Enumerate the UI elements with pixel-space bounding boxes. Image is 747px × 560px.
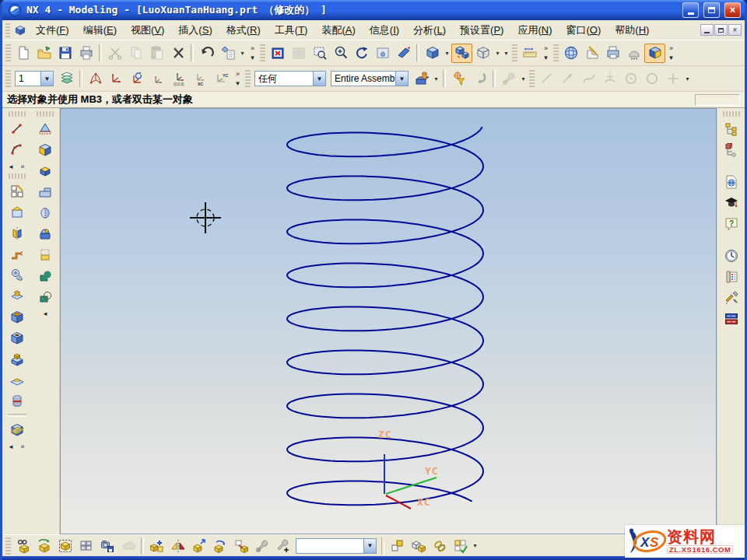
menu-item-format[interactable]: 格式(R)	[219, 21, 268, 40]
csys-orient-button[interactable]	[148, 69, 169, 89]
dock-feature-left-button[interactable]: ◂	[40, 308, 51, 318]
circle-tool-button[interactable]	[641, 69, 662, 89]
menu-item-view[interactable]: 视图(V)	[124, 21, 171, 40]
menu-item-edit[interactable]: 编辑(E)	[76, 21, 124, 40]
yc-axis-button[interactable]: YC	[211, 69, 232, 89]
assembly-navigator-button[interactable]	[720, 118, 743, 139]
type-filter-combo[interactable]: 任何▼	[254, 71, 326, 86]
make-displayed-part-button[interactable]	[272, 536, 293, 555]
scope-filter-combo[interactable]: Entire Assemb▼	[331, 71, 409, 86]
menu-grip[interactable]	[5, 23, 10, 37]
circle-center-tool-button[interactable]	[620, 69, 641, 89]
curve-analysis-button[interactable]	[560, 44, 581, 63]
analysis-overflow-chevron[interactable]: »▾	[665, 43, 677, 63]
maximize-button[interactable]	[703, 2, 720, 18]
menu-item-file[interactable]: 文件(F)	[29, 21, 76, 40]
point-constructor-button[interactable]	[106, 69, 127, 89]
utility-overflow-chevron[interactable]: »▾	[540, 43, 552, 63]
toolbar-grip[interactable]	[37, 111, 54, 117]
menu-item-insert[interactable]: 插入(S)	[171, 21, 219, 40]
filter-component-dropdown[interactable]: ▾	[432, 69, 440, 89]
sketch-button[interactable]	[5, 180, 29, 201]
history-button[interactable]	[720, 245, 743, 266]
hole-button[interactable]	[5, 327, 29, 348]
check-clearance-button[interactable]	[450, 536, 471, 555]
spline-tool-button[interactable]	[578, 69, 599, 89]
work-layer-combo[interactable]: 1▼	[15, 71, 54, 86]
help-button[interactable]: ?	[720, 213, 743, 234]
menu-item-assemblies[interactable]: 装配(A)	[314, 21, 362, 40]
minimize-button[interactable]	[682, 2, 699, 18]
save-context-button[interactable]	[96, 536, 117, 555]
arrangement-dropdown-arrow-icon[interactable]: ▼	[363, 539, 376, 553]
csys-dynamics-button[interactable]	[127, 69, 148, 89]
mirror-assembly-button[interactable]	[167, 536, 188, 555]
menu-item-tools[interactable]: 工具(T)	[268, 21, 315, 40]
revolve-button[interactable]	[5, 222, 29, 243]
menu-item-application[interactable]: 应用(N)	[510, 21, 559, 40]
point-tool-button[interactable]	[662, 69, 683, 89]
toolbar-grip[interactable]	[553, 44, 559, 61]
start-application-button[interactable]	[644, 44, 665, 63]
promote-body-button[interactable]	[387, 536, 408, 555]
measure-button[interactable]	[519, 44, 540, 63]
delete-button[interactable]	[167, 44, 188, 63]
reposition-component-button[interactable]	[209, 536, 230, 555]
component-preview-button[interactable]	[117, 536, 139, 555]
toolbar-grip[interactable]	[9, 173, 26, 179]
line-tool-button[interactable]	[536, 69, 557, 89]
interpart-link-button[interactable]	[429, 536, 450, 555]
copy-button[interactable]	[125, 44, 146, 63]
open-button[interactable]	[33, 44, 54, 63]
replace-component-button[interactable]	[230, 536, 251, 555]
groove-button[interactable]	[5, 390, 29, 411]
form-overflow-button[interactable]: »	[18, 441, 28, 451]
curve-overflow-button[interactable]: »	[18, 161, 28, 171]
emboss-button[interactable]	[5, 369, 29, 390]
toolbar-grip[interactable]	[5, 44, 11, 61]
cut-button[interactable]	[104, 44, 125, 63]
menu-item-preferences[interactable]: 预设置(P)	[453, 21, 510, 40]
pan-view-button[interactable]	[372, 44, 393, 63]
component-sets-button[interactable]	[75, 536, 96, 555]
check-clearance-dropdown[interactable]: ▾	[471, 536, 479, 555]
mdi-restore-button[interactable]	[714, 24, 728, 36]
save-button[interactable]	[54, 44, 75, 63]
part-navigator-button[interactable]	[720, 139, 743, 160]
tool-options-button[interactable]	[498, 69, 519, 89]
sweep-along-guide-button[interactable]	[5, 243, 29, 264]
training-button[interactable]	[720, 192, 743, 213]
datum-plane-button[interactable]	[33, 118, 57, 139]
menu-item-analysis[interactable]: 分析(L)	[406, 21, 453, 40]
dock-form-left-button[interactable]: ◂	[6, 441, 16, 451]
transform-button[interactable]	[217, 44, 238, 63]
close-button[interactable]: ×	[724, 2, 741, 18]
add-component-button[interactable]	[146, 536, 167, 555]
sheet-extrude-button[interactable]	[33, 244, 57, 265]
tube-button[interactable]	[5, 264, 29, 285]
mdi-minimize-button[interactable]	[700, 24, 714, 36]
display-mode-dropdown[interactable]: ▾	[493, 44, 502, 63]
pocket-button[interactable]	[5, 306, 29, 327]
arrangement-combo[interactable]: ▼	[296, 538, 377, 554]
toolbar-grip[interactable]	[9, 111, 26, 117]
unite-button[interactable]	[33, 265, 57, 286]
toolbar-grip[interactable]	[5, 70, 11, 87]
roles-button[interactable]	[720, 266, 743, 287]
new-button[interactable]	[12, 44, 33, 63]
menu-item-help[interactable]: 帮助(H)	[608, 21, 656, 40]
scope-filter-dropdown-arrow-icon[interactable]: ▼	[395, 72, 408, 86]
reset-filter-button[interactable]	[469, 69, 490, 89]
paste-button[interactable]	[146, 44, 167, 63]
dome-button[interactable]	[33, 223, 57, 244]
layer-settings-button[interactable]	[56, 69, 77, 89]
boss-button[interactable]	[5, 285, 29, 306]
draft-analysis-button[interactable]	[623, 44, 644, 63]
extrude-button[interactable]	[5, 201, 29, 222]
toolbar-grip[interactable]	[245, 70, 251, 87]
toolbar-grip[interactable]	[529, 70, 535, 87]
tool-options-dropdown[interactable]: ▾	[519, 69, 528, 89]
selection-ball-button[interactable]	[448, 69, 469, 89]
work-layer-dropdown-arrow-icon[interactable]: ▼	[40, 72, 53, 86]
arc-tool-button[interactable]	[599, 69, 620, 89]
